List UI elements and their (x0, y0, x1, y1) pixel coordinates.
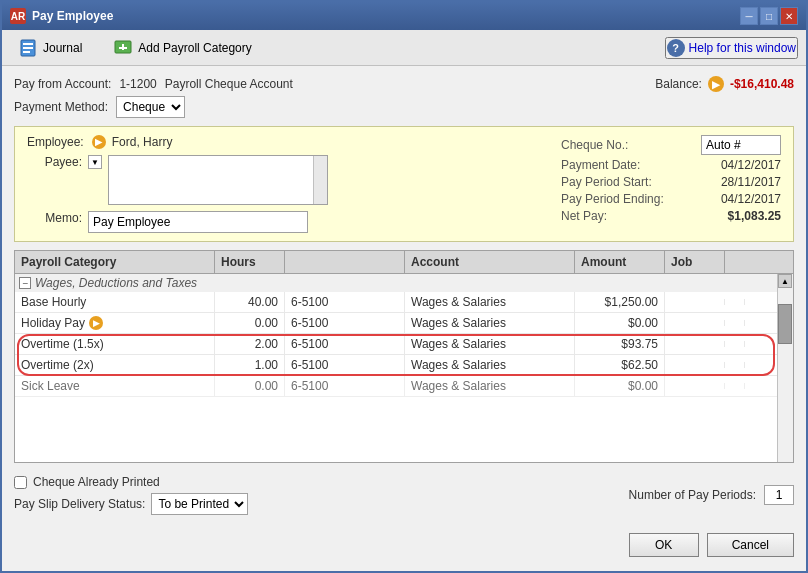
top-form: Pay from Account: 1-1200 Payroll Cheque … (14, 76, 794, 118)
svg-rect-6 (119, 47, 127, 49)
pay-slip-row: Pay Slip Delivery Status: To be Printed (14, 493, 248, 515)
pay-from-label: Pay from Account: (14, 77, 111, 91)
row4-account-num: 6-5100 (285, 355, 405, 375)
row5-category: Sick Leave (15, 376, 215, 396)
payee-input[interactable] (108, 155, 328, 205)
pay-from-row: Pay from Account: 1-1200 Payroll Cheque … (14, 76, 794, 92)
payee-row: Payee: ▼ (27, 155, 541, 205)
svg-rect-1 (23, 43, 33, 45)
close-button[interactable]: ✕ (780, 7, 798, 25)
row3-extra (725, 341, 745, 347)
balance-value: -$16,410.48 (730, 77, 794, 91)
payee-label: Payee: (27, 155, 82, 169)
employee-name: Ford, Harry (112, 135, 173, 149)
bottom-right: Number of Pay Periods: (629, 485, 794, 505)
payment-method-dropdown[interactable]: Cheque (116, 96, 185, 118)
row5-amount: $0.00 (575, 376, 665, 396)
cheque-printed-row: Cheque Already Printed (14, 475, 248, 489)
balance-icon: ▶ (708, 76, 724, 92)
balance-section: Balance: ▶ -$16,410.48 (655, 76, 794, 92)
row2-amount: $0.00 (575, 313, 665, 333)
col-account: Account (405, 251, 575, 273)
add-payroll-label: Add Payroll Category (138, 41, 251, 55)
col-hours: Hours (215, 251, 285, 273)
cheque-no-input[interactable] (701, 135, 781, 155)
payroll-table: Payroll Category Hours Account Amount Jo… (14, 250, 794, 463)
net-pay-row: Net Pay: $1,083.25 (561, 209, 781, 223)
section-label: Wages, Deductions and Taxes (35, 276, 197, 290)
employee-label: Employee: (27, 135, 84, 149)
cheque-printed-label: Cheque Already Printed (33, 475, 160, 489)
col-amount: Amount (575, 251, 665, 273)
payee-dropdown-button[interactable]: ▼ (88, 155, 102, 169)
table-row: Overtime (1.5x) 2.00 6-5100 Wages & Sala… (15, 334, 793, 355)
row3-account-name: Wages & Salaries (405, 334, 575, 354)
row1-job (665, 299, 725, 305)
table-row: Base Hourly 40.00 6-5100 Wages & Salarie… (15, 292, 793, 313)
cancel-button[interactable]: Cancel (707, 533, 794, 557)
balance-label: Balance: (655, 77, 702, 91)
journal-button[interactable]: Journal (10, 33, 89, 63)
expand-section-button[interactable]: − (19, 277, 31, 289)
employee-row: Employee: ▶ Ford, Harry (27, 135, 541, 149)
row2-account-num: 6-5100 (285, 313, 405, 333)
help-button[interactable]: ? Help for this window (665, 37, 798, 59)
row4-job (665, 362, 725, 368)
table-scrollbar[interactable]: ▲ (777, 274, 793, 462)
pay-period-end-row: Pay Period Ending: 04/12/2017 (561, 192, 781, 206)
pay-period-end-label: Pay Period Ending: (561, 192, 664, 206)
cheque-printed-checkbox[interactable] (14, 476, 27, 489)
row3-job (665, 341, 725, 347)
help-icon: ? (667, 39, 685, 57)
row1-account-num: 6-5100 (285, 292, 405, 312)
bottom-left: Cheque Already Printed Pay Slip Delivery… (14, 475, 248, 515)
title-bar-controls: ─ □ ✕ (740, 7, 798, 25)
bottom-form: Cheque Already Printed Pay Slip Delivery… (14, 471, 794, 519)
table-row: Overtime (2x) 1.00 6-5100 Wages & Salari… (15, 355, 793, 376)
toolbar: Journal Add Payroll Category ? Help for … (2, 30, 806, 66)
holiday-pay-icon: ▶ (89, 316, 103, 330)
row5-account-num: 6-5100 (285, 376, 405, 396)
main-window: AR Pay Employee ─ □ ✕ Journal Add Payrol… (0, 0, 808, 573)
employee-left: Employee: ▶ Ford, Harry Payee: ▼ Memo: (27, 135, 541, 233)
title-bar-left: AR Pay Employee (10, 8, 113, 24)
pay-period-start-row: Pay Period Start: 28/11/2017 (561, 175, 781, 189)
row1-extra (725, 299, 745, 305)
action-buttons: OK Cancel (14, 527, 794, 561)
pay-slip-dropdown[interactable]: To be Printed (151, 493, 248, 515)
svg-rect-3 (23, 51, 30, 53)
row2-hours: 0.00 (215, 313, 285, 333)
maximize-button[interactable]: □ (760, 7, 778, 25)
row4-amount: $62.50 (575, 355, 665, 375)
journal-icon (17, 37, 39, 59)
section-header: − Wages, Deductions and Taxes (15, 274, 793, 292)
num-pay-periods-label: Number of Pay Periods: (629, 488, 756, 502)
help-label: Help for this window (689, 41, 796, 55)
table-header: Payroll Category Hours Account Amount Jo… (15, 251, 793, 274)
row1-amount: $1,250.00 (575, 292, 665, 312)
memo-input[interactable] (88, 211, 308, 233)
payee-scrollbar (313, 156, 327, 204)
scrollbar-thumb[interactable] (778, 304, 792, 344)
journal-label: Journal (43, 41, 82, 55)
table-row: Sick Leave 0.00 6-5100 Wages & Salaries … (15, 376, 793, 397)
row4-hours: 1.00 (215, 355, 285, 375)
payment-date-row: Payment Date: 04/12/2017 (561, 158, 781, 172)
pay-from-account-name: Payroll Cheque Account (165, 77, 293, 91)
row1-category: Base Hourly (15, 292, 215, 312)
row4-extra (725, 362, 745, 368)
num-pay-periods-input[interactable] (764, 485, 794, 505)
pay-from-account-number: 1-1200 (119, 77, 156, 91)
add-payroll-button[interactable]: Add Payroll Category (105, 33, 258, 63)
employee-nav-icon[interactable]: ▶ (92, 135, 106, 149)
scroll-up-button[interactable]: ▲ (778, 274, 792, 288)
row2-category: Holiday Pay ▶ (15, 313, 215, 333)
window-icon: AR (10, 8, 26, 24)
row3-account-num: 6-5100 (285, 334, 405, 354)
cheque-no-row: Cheque No.: (561, 135, 781, 155)
ok-button[interactable]: OK (629, 533, 699, 557)
row2-account-name: Wages & Salaries (405, 313, 575, 333)
memo-label: Memo: (27, 211, 82, 225)
minimize-button[interactable]: ─ (740, 7, 758, 25)
net-pay-value: $1,083.25 (728, 209, 781, 223)
